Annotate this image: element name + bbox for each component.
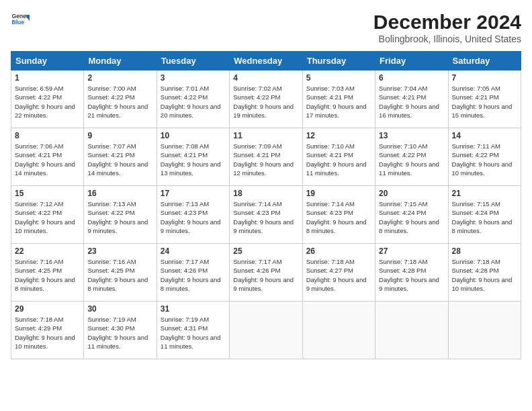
calendar-day-cell [302,302,375,359]
day-info: Sunrise: 7:17 AM Sunset: 4:26 PM Dayligh… [233,258,294,292]
day-number: 29 [15,304,80,314]
day-info: Sunrise: 7:14 AM Sunset: 4:23 PM Dayligh… [306,200,367,234]
day-info: Sunrise: 7:09 AM Sunset: 4:21 PM Dayligh… [233,142,294,177]
calendar-day-cell: 1 Sunrise: 6:59 AM Sunset: 4:22 PM Dayli… [11,71,84,128]
calendar-day-cell: 13 Sunrise: 7:10 AM Sunset: 4:22 PM Dayl… [375,128,448,186]
day-number: 22 [15,246,80,256]
calendar-week-row: 15 Sunrise: 7:12 AM Sunset: 4:22 PM Dayl… [11,186,521,244]
day-info: Sunrise: 7:02 AM Sunset: 4:22 PM Dayligh… [233,85,294,119]
day-info: Sunrise: 7:18 AM Sunset: 4:29 PM Dayligh… [15,316,75,350]
calendar-day-cell: 24 Sunrise: 7:17 AM Sunset: 4:26 PM Dayl… [157,244,229,302]
calendar-day-cell: 21 Sunrise: 7:15 AM Sunset: 4:24 PM Dayl… [448,186,521,244]
calendar-week-row: 29 Sunrise: 7:18 AM Sunset: 4:29 PM Dayl… [11,302,521,359]
calendar-day-cell: 19 Sunrise: 7:14 AM Sunset: 4:23 PM Dayl… [302,186,375,244]
logo-icon: General Blue [11,11,30,30]
day-number: 28 [452,246,517,256]
weekday-header: Tuesday [157,52,229,71]
calendar-day-cell: 28 Sunrise: 7:18 AM Sunset: 4:28 PM Dayl… [448,244,521,302]
calendar-day-cell: 17 Sunrise: 7:13 AM Sunset: 4:23 PM Dayl… [157,186,229,244]
calendar-day-cell: 27 Sunrise: 7:18 AM Sunset: 4:28 PM Dayl… [375,244,448,302]
calendar-day-cell: 7 Sunrise: 7:05 AM Sunset: 4:21 PM Dayli… [448,71,521,128]
weekday-header: Thursday [302,52,375,71]
calendar-day-cell: 16 Sunrise: 7:13 AM Sunset: 4:22 PM Dayl… [84,186,157,244]
day-number: 21 [452,189,517,198]
day-number: 8 [15,131,80,140]
day-number: 14 [452,131,517,140]
calendar-day-cell: 23 Sunrise: 7:16 AM Sunset: 4:25 PM Dayl… [84,244,157,302]
day-number: 7 [452,73,517,83]
day-number: 20 [379,189,444,198]
day-info: Sunrise: 6:59 AM Sunset: 4:22 PM Dayligh… [15,85,75,119]
day-number: 26 [306,246,371,256]
day-number: 12 [306,131,371,140]
calendar-day-cell: 8 Sunrise: 7:06 AM Sunset: 4:21 PM Dayli… [11,128,84,186]
day-info: Sunrise: 7:16 AM Sunset: 4:25 PM Dayligh… [15,258,75,292]
day-info: Sunrise: 7:19 AM Sunset: 4:30 PM Dayligh… [87,316,148,350]
calendar-day-cell: 15 Sunrise: 7:12 AM Sunset: 4:22 PM Dayl… [11,186,84,244]
header: General Blue December 2024 Bolingbrook, … [11,11,521,44]
day-info: Sunrise: 7:05 AM Sunset: 4:21 PM Dayligh… [452,85,513,119]
weekday-header: Wednesday [230,52,302,71]
calendar-day-cell: 5 Sunrise: 7:03 AM Sunset: 4:21 PM Dayli… [302,71,375,128]
calendar-day-cell: 18 Sunrise: 7:14 AM Sunset: 4:23 PM Dayl… [230,186,302,244]
calendar-day-cell: 14 Sunrise: 7:11 AM Sunset: 4:22 PM Dayl… [448,128,521,186]
day-number: 30 [87,304,152,314]
day-number: 10 [161,131,226,140]
day-info: Sunrise: 7:19 AM Sunset: 4:31 PM Dayligh… [161,316,221,350]
weekday-header: Saturday [448,52,521,71]
day-info: Sunrise: 7:14 AM Sunset: 4:23 PM Dayligh… [233,200,294,234]
calendar-day-cell [230,302,302,359]
logo: General Blue [11,11,30,30]
day-info: Sunrise: 7:13 AM Sunset: 4:23 PM Dayligh… [161,200,221,234]
day-info: Sunrise: 7:15 AM Sunset: 4:24 PM Dayligh… [452,200,513,234]
svg-text:Blue: Blue [12,19,25,26]
calendar-header-row: SundayMondayTuesdayWednesdayThursdayFrid… [11,52,521,71]
day-info: Sunrise: 7:17 AM Sunset: 4:26 PM Dayligh… [161,258,221,292]
day-number: 27 [379,246,444,256]
calendar-day-cell: 20 Sunrise: 7:15 AM Sunset: 4:24 PM Dayl… [375,186,448,244]
day-number: 31 [161,304,226,314]
calendar-day-cell: 22 Sunrise: 7:16 AM Sunset: 4:25 PM Dayl… [11,244,84,302]
day-number: 18 [233,189,298,198]
day-info: Sunrise: 7:01 AM Sunset: 4:22 PM Dayligh… [161,85,221,119]
calendar-week-row: 22 Sunrise: 7:16 AM Sunset: 4:25 PM Dayl… [11,244,521,302]
day-number: 4 [233,73,298,83]
calendar-day-cell: 9 Sunrise: 7:07 AM Sunset: 4:21 PM Dayli… [84,128,157,186]
day-info: Sunrise: 7:18 AM Sunset: 4:28 PM Dayligh… [452,258,513,292]
page-title: December 2024 [373,11,521,34]
calendar-day-cell: 11 Sunrise: 7:09 AM Sunset: 4:21 PM Dayl… [230,128,302,186]
weekday-header: Sunday [11,52,84,71]
calendar-day-cell: 3 Sunrise: 7:01 AM Sunset: 4:22 PM Dayli… [157,71,229,128]
day-number: 17 [161,189,226,198]
calendar-day-cell: 12 Sunrise: 7:10 AM Sunset: 4:21 PM Dayl… [302,128,375,186]
day-info: Sunrise: 7:16 AM Sunset: 4:25 PM Dayligh… [87,258,148,292]
day-info: Sunrise: 7:13 AM Sunset: 4:22 PM Dayligh… [87,200,148,234]
day-info: Sunrise: 7:06 AM Sunset: 4:21 PM Dayligh… [15,142,75,177]
day-number: 9 [87,131,152,140]
day-info: Sunrise: 7:10 AM Sunset: 4:21 PM Dayligh… [306,142,367,177]
day-number: 25 [233,246,298,256]
calendar-day-cell: 10 Sunrise: 7:08 AM Sunset: 4:21 PM Dayl… [157,128,229,186]
calendar-day-cell: 6 Sunrise: 7:04 AM Sunset: 4:21 PM Dayli… [375,71,448,128]
day-number: 11 [233,131,298,140]
day-number: 1 [15,73,80,83]
day-info: Sunrise: 7:07 AM Sunset: 4:21 PM Dayligh… [87,142,148,177]
calendar-week-row: 1 Sunrise: 6:59 AM Sunset: 4:22 PM Dayli… [11,71,521,128]
day-info: Sunrise: 7:04 AM Sunset: 4:21 PM Dayligh… [379,85,439,119]
day-number: 13 [379,131,444,140]
day-info: Sunrise: 7:18 AM Sunset: 4:28 PM Dayligh… [379,258,439,292]
calendar-day-cell: 29 Sunrise: 7:18 AM Sunset: 4:29 PM Dayl… [11,302,84,359]
day-number: 2 [87,73,152,83]
page-subtitle: Bolingbrook, Illinois, United States [373,34,521,44]
day-number: 5 [306,73,371,83]
day-info: Sunrise: 7:08 AM Sunset: 4:21 PM Dayligh… [161,142,221,177]
calendar-day-cell: 30 Sunrise: 7:19 AM Sunset: 4:30 PM Dayl… [84,302,157,359]
day-info: Sunrise: 7:12 AM Sunset: 4:22 PM Dayligh… [15,200,75,234]
day-info: Sunrise: 7:00 AM Sunset: 4:22 PM Dayligh… [87,85,148,119]
calendar-day-cell [448,302,521,359]
day-info: Sunrise: 7:18 AM Sunset: 4:27 PM Dayligh… [306,258,367,292]
day-number: 23 [87,246,152,256]
weekday-header: Friday [375,52,448,71]
day-info: Sunrise: 7:03 AM Sunset: 4:21 PM Dayligh… [306,85,367,119]
calendar-week-row: 8 Sunrise: 7:06 AM Sunset: 4:21 PM Dayli… [11,128,521,186]
